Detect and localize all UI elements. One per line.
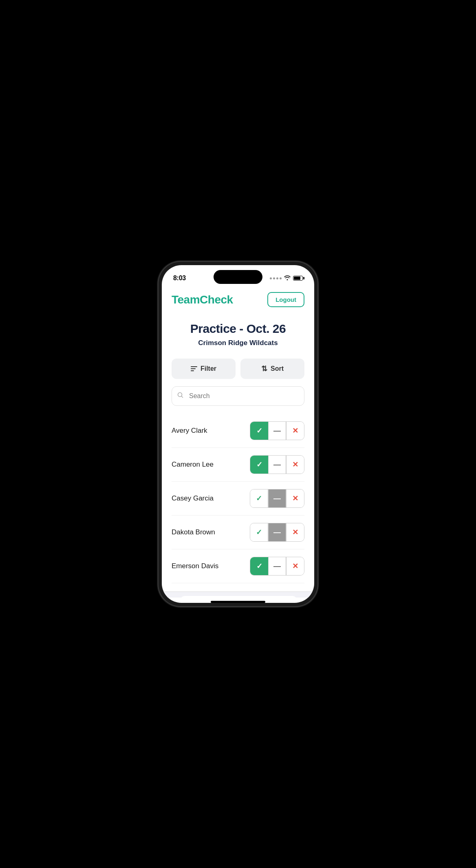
status-icons xyxy=(270,275,303,281)
absent-button[interactable]: ✕ xyxy=(286,523,304,541)
neutral-button[interactable]: — xyxy=(268,422,286,440)
player-row: Dakota Brown ✓ — ✕ xyxy=(172,516,304,549)
absent-button[interactable]: ✕ xyxy=(286,456,304,474)
player-row: Casey Garcia ✓ — ✕ xyxy=(172,482,304,516)
player-row: Emerson Davis ✓ — ✕ xyxy=(172,549,304,583)
phone-frame: 8:03 xyxy=(159,262,317,606)
player-name: Avery Clark xyxy=(172,427,207,435)
present-button[interactable]: ✓ xyxy=(250,456,268,474)
signal-dot-1 xyxy=(270,277,272,279)
absent-button[interactable]: ✕ xyxy=(286,489,304,507)
status-time: 8:03 xyxy=(173,275,186,282)
attendance-buttons: ✓ — ✕ xyxy=(250,557,304,576)
player-row: Cameron Lee ✓ — ✕ xyxy=(172,448,304,482)
signal-dot-3 xyxy=(276,277,278,279)
present-button[interactable]: ✓ xyxy=(250,523,268,541)
player-name: Cameron Lee xyxy=(172,461,214,469)
search-icon xyxy=(177,392,184,400)
filter-icon xyxy=(191,366,197,371)
player-name: Casey Garcia xyxy=(172,494,214,503)
players-list: Avery Clark ✓ — ✕ Cameron Lee ✓ — xyxy=(172,414,304,583)
status-bar: 8:03 xyxy=(162,265,314,286)
present-button[interactable]: ✓ xyxy=(250,557,268,575)
search-input[interactable] xyxy=(172,386,304,406)
neutral-button[interactable]: — xyxy=(268,489,286,507)
attendance-buttons: ✓ — ✕ xyxy=(250,455,304,474)
browser-url-wrap[interactable]: 🔒 teamcheck.netlify.app xyxy=(181,596,297,598)
player-row: Avery Clark ✓ — ✕ xyxy=(172,414,304,448)
team-name: Crimson Ridge Wildcats xyxy=(172,339,304,347)
neutral-button[interactable]: — xyxy=(268,523,286,541)
app-header: TeamCheck Logout xyxy=(162,286,314,314)
main-content: Practice - Oct. 26 Crimson Ridge Wildcat… xyxy=(162,314,314,591)
app-logo: TeamCheck xyxy=(172,293,233,306)
filter-line-3 xyxy=(191,370,194,371)
attendance-buttons: ✓ — ✕ xyxy=(250,421,304,440)
sort-button[interactable]: ⇅ Sort xyxy=(240,359,304,379)
signal-dot-2 xyxy=(273,277,275,279)
signal-dot-4 xyxy=(280,277,282,279)
player-name: Dakota Brown xyxy=(172,528,215,536)
neutral-button[interactable]: — xyxy=(268,557,286,575)
phone-screen: 8:03 xyxy=(162,265,314,603)
attendance-buttons: ✓ — ✕ xyxy=(250,523,304,542)
present-button[interactable]: ✓ xyxy=(250,422,268,440)
battery-icon xyxy=(293,276,303,281)
sort-icon: ⇅ xyxy=(261,364,267,373)
app-content: TeamCheck Logout Practice - Oct. 26 Crim… xyxy=(162,286,314,598)
battery-fill xyxy=(294,277,300,280)
sort-label: Sort xyxy=(271,365,284,372)
filter-line-2 xyxy=(191,368,196,369)
logout-button[interactable]: Logout xyxy=(267,292,304,307)
filter-label: Filter xyxy=(201,365,216,372)
present-button[interactable]: ✓ xyxy=(250,489,268,507)
home-indicator xyxy=(211,601,265,603)
search-container xyxy=(172,386,304,406)
wifi-icon xyxy=(284,275,291,281)
dynamic-island xyxy=(214,270,262,284)
player-name: Emerson Davis xyxy=(172,562,218,570)
absent-button[interactable]: ✕ xyxy=(286,422,304,440)
event-title: Practice - Oct. 26 xyxy=(172,322,304,336)
absent-button[interactable]: ✕ xyxy=(286,557,304,575)
neutral-button[interactable]: — xyxy=(268,456,286,474)
browser-bar: AA 🔒 teamcheck.netlify.app ↻ xyxy=(162,591,314,598)
signal-dots xyxy=(270,277,282,279)
filter-button[interactable]: Filter xyxy=(172,359,236,379)
filter-line-1 xyxy=(191,366,197,367)
filter-sort-row: Filter ⇅ Sort xyxy=(172,359,304,379)
attendance-buttons: ✓ — ✕ xyxy=(250,489,304,508)
